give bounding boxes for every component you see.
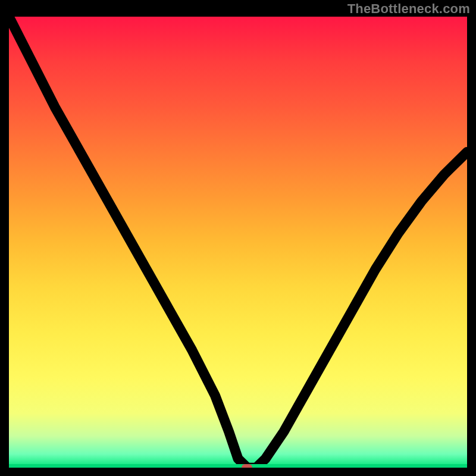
plot-area — [9, 17, 467, 468]
curve-path — [9, 17, 467, 468]
floor-band — [9, 464, 467, 468]
bottleneck-curve — [9, 17, 467, 468]
watermark-text: TheBottleneck.com — [347, 1, 470, 17]
optimal-marker — [242, 464, 252, 468]
chart-frame: TheBottleneck.com — [0, 0, 476, 476]
